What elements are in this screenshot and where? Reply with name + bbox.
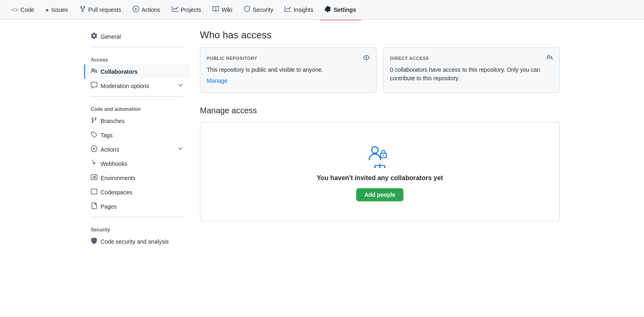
- sidebar-pages-label: Pages: [101, 203, 117, 210]
- nav-issues[interactable]: ● Issues: [41, 3, 73, 16]
- nav-wiki[interactable]: Wiki: [208, 2, 237, 17]
- code-icon: <>: [11, 7, 18, 13]
- codespaces-icon: [91, 188, 97, 196]
- nav-settings[interactable]: Settings: [320, 2, 361, 17]
- environments-icon: [91, 174, 97, 182]
- sidebar-moderation-label: Moderation options: [101, 83, 149, 89]
- sidebar-item-actions[interactable]: Actions: [84, 142, 190, 156]
- sidebar-item-general[interactable]: General: [84, 29, 190, 44]
- webhooks-icon: [91, 160, 97, 167]
- direct-access-label: DIRECT ACCESS: [390, 56, 429, 61]
- sidebar-access-section: Access: [84, 51, 190, 64]
- sidebar-actions-label: Actions: [101, 146, 119, 153]
- sidebar-branches-label: Branches: [101, 118, 125, 124]
- issues-icon: ●: [46, 7, 49, 13]
- sidebar-security-section: Security: [84, 220, 190, 234]
- sidebar-code-automation-section: Code and automation: [84, 100, 190, 114]
- nav-code-label: Code: [20, 7, 34, 13]
- sidebar-divider-2: [91, 96, 184, 97]
- sidebar-item-codespaces[interactable]: Codespaces: [84, 185, 190, 199]
- sidebar: General Access Collaborators Moderation …: [84, 29, 190, 249]
- code-security-icon: [91, 238, 97, 245]
- nav-code[interactable]: <> Code: [7, 3, 39, 16]
- moderation-icon: [91, 82, 97, 90]
- wiki-icon: [212, 6, 219, 13]
- nav-pull-requests[interactable]: Pull requests: [74, 2, 126, 17]
- pull-requests-icon: [79, 6, 86, 13]
- sidebar-item-branches[interactable]: Branches: [84, 114, 190, 128]
- sidebar-webhooks-label: Webhooks: [101, 161, 127, 167]
- no-collab-text: You haven't invited any collaborators ye…: [210, 174, 550, 182]
- sidebar-divider: [91, 47, 184, 47]
- eye-icon: [363, 54, 370, 62]
- collab-lock-icon: [367, 142, 393, 168]
- sidebar-item-code-security[interactable]: Code security and analysis: [84, 234, 190, 249]
- branches-icon: [91, 117, 97, 125]
- main-content: Who has access PUBLIC REPOSITORY This re…: [200, 29, 560, 249]
- collaborators-icon: [91, 68, 97, 75]
- pages-icon: [91, 203, 97, 210]
- access-cards: PUBLIC REPOSITORY This repository is pub…: [200, 47, 560, 93]
- sidebar-general-label: General: [101, 33, 121, 40]
- manage-link[interactable]: Manage: [207, 77, 228, 84]
- top-nav: <> Code ● Issues Pull requests Actions P…: [0, 0, 644, 20]
- nav-pull-requests-label: Pull requests: [88, 7, 121, 13]
- page-layout: General Access Collaborators Moderation …: [78, 20, 566, 258]
- svg-point-8: [374, 167, 376, 168]
- nav-projects[interactable]: Projects: [167, 2, 206, 17]
- direct-access-text: 0 collaborators have access to this repo…: [390, 66, 553, 83]
- tags-icon: [91, 131, 97, 139]
- sidebar-collaborators-label: Collaborators: [101, 68, 138, 75]
- sidebar-item-pages[interactable]: Pages: [84, 199, 190, 214]
- nav-security-label: Security: [253, 7, 274, 13]
- projects-icon: [172, 6, 178, 13]
- nav-actions[interactable]: Actions: [128, 2, 165, 17]
- nav-settings-label: Settings: [333, 7, 356, 13]
- sidebar-item-moderation[interactable]: Moderation options: [84, 79, 190, 93]
- nav-insights-label: Insights: [294, 7, 313, 13]
- svg-point-0: [372, 147, 378, 153]
- manage-access-title: Manage access: [200, 106, 560, 115]
- nav-wiki-label: Wiki: [221, 7, 232, 13]
- svg-point-2: [383, 155, 384, 156]
- sidebar-item-environments[interactable]: Environments: [84, 171, 190, 185]
- security-icon: [244, 6, 250, 13]
- public-repo-text: This repository is public and visible to…: [207, 66, 370, 74]
- sidebar-item-webhooks[interactable]: Webhooks: [84, 156, 190, 171]
- chevron-down-icon: [177, 82, 184, 90]
- direct-access-card: DIRECT ACCESS 0 collaborators have acces…: [383, 47, 560, 93]
- add-people-button[interactable]: Add people: [356, 188, 403, 201]
- svg-point-9: [379, 167, 381, 168]
- nav-projects-label: Projects: [181, 7, 202, 13]
- sidebar-item-collaborators[interactable]: Collaborators: [84, 64, 190, 79]
- sidebar-item-tags[interactable]: Tags: [84, 128, 190, 142]
- manage-access-box: You haven't invited any collaborators ye…: [200, 122, 560, 221]
- who-has-access-title: Who has access: [200, 29, 560, 41]
- gear-icon: [91, 33, 97, 40]
- sidebar-tags-label: Tags: [101, 132, 113, 139]
- nav-security[interactable]: Security: [239, 2, 278, 17]
- actions-sidebar-icon: [91, 145, 97, 153]
- chevron-down-icon-2: [177, 145, 184, 153]
- nav-issues-label: Issues: [51, 7, 68, 13]
- nav-insights[interactable]: Insights: [280, 2, 318, 17]
- settings-icon: [324, 6, 331, 13]
- sidebar-codespaces-label: Codespaces: [101, 189, 132, 196]
- public-repo-card: PUBLIC REPOSITORY This repository is pub…: [200, 47, 377, 93]
- actions-icon: [133, 6, 139, 13]
- people-icon: [546, 54, 553, 62]
- insights-icon: [285, 6, 291, 13]
- collab-icon-container: [210, 142, 550, 168]
- sidebar-environments-label: Environments: [101, 175, 136, 181]
- sidebar-divider-3: [91, 217, 184, 217]
- nav-actions-label: Actions: [142, 7, 160, 13]
- sidebar-code-security-label: Code security and analysis: [101, 238, 169, 245]
- svg-point-10: [384, 167, 386, 168]
- public-repo-label: PUBLIC REPOSITORY: [207, 56, 257, 61]
